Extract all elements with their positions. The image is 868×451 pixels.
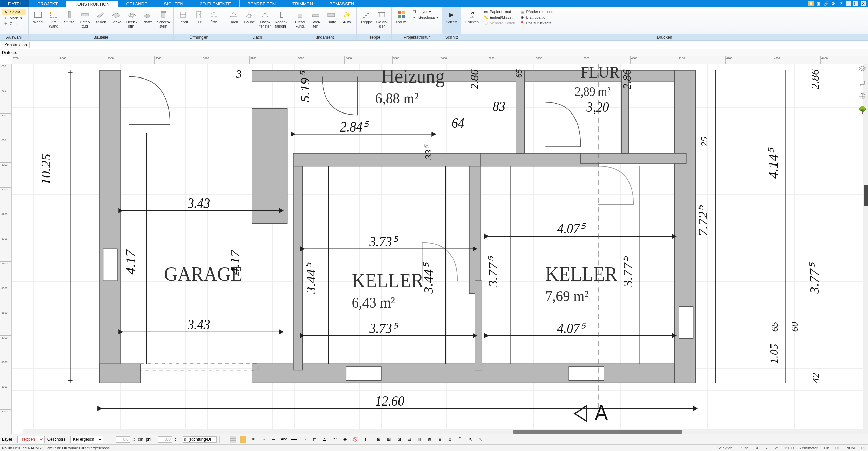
grid3-icon[interactable]: ⊡ bbox=[395, 436, 403, 443]
rect1-icon[interactable]: ▭ bbox=[301, 436, 308, 443]
streifen-button[interactable]: Strei- fen bbox=[308, 9, 323, 29]
navigate-icon[interactable] bbox=[858, 92, 867, 101]
scrollbar-vertical[interactable] bbox=[863, 64, 868, 429]
schornstein-button[interactable]: Schorn- stein bbox=[156, 9, 172, 29]
phi-spin-up[interactable]: ▲ bbox=[175, 437, 177, 439]
link-icon[interactable]: 🔗 bbox=[823, 1, 829, 6]
dots-icon[interactable]: ⠿ bbox=[457, 436, 464, 443]
tab-projekt[interactable]: PROJEKT bbox=[29, 0, 66, 7]
stuetze-button[interactable]: Stütze bbox=[62, 9, 77, 25]
fenst-button[interactable]: Fenst bbox=[176, 9, 191, 25]
angle-icon[interactable]: ∠ bbox=[321, 436, 329, 443]
balken-button[interactable]: Balken bbox=[93, 9, 108, 25]
layer-dropdown[interactable]: ❏Layer▾ bbox=[411, 9, 440, 14]
svg-rect-43 bbox=[346, 366, 381, 380]
auto-button[interactable]: ✨Auto bbox=[339, 9, 354, 25]
mark-button[interactable]: ✦Mark.▾ bbox=[2, 15, 26, 21]
dach-button[interactable]: Dach bbox=[226, 9, 241, 25]
unterzug-button[interactable]: Unter- zug bbox=[77, 9, 92, 29]
tuer-button[interactable]: Tür bbox=[191, 9, 206, 25]
virtwand-button[interactable]: Virt. Wand bbox=[46, 9, 61, 29]
fundplatte-button[interactable]: Platte bbox=[324, 9, 339, 25]
grid2-icon[interactable]: ▦ bbox=[385, 436, 393, 443]
forbidden-icon[interactable]: 🚫 bbox=[352, 436, 359, 443]
rect2-icon[interactable]: ◻ bbox=[311, 436, 318, 443]
tab-trimmen[interactable]: TRIMMEN bbox=[284, 0, 321, 7]
layer-select[interactable]: Treppen bbox=[17, 436, 45, 443]
ribbon: ➤Selekt ✦Mark.▾ ✚Optionen Auswahl Wand V… bbox=[0, 7, 868, 41]
abc-icon[interactable]: Abc bbox=[280, 436, 288, 443]
maximize-icon[interactable]: ☐ bbox=[853, 1, 858, 6]
cursor2-icon[interactable]: ↖ bbox=[467, 436, 474, 443]
grid1-icon[interactable]: ⊞ bbox=[375, 436, 383, 443]
tab-gelaende[interactable]: GELÄNDE bbox=[118, 0, 156, 7]
treppe-button[interactable]: Treppe bbox=[359, 9, 374, 25]
help-icon[interactable]: ? bbox=[838, 1, 844, 6]
raum-button[interactable]: Raum bbox=[394, 9, 409, 25]
window-icon[interactable]: ▣ bbox=[816, 1, 821, 6]
optionen-button[interactable]: ✚Optionen bbox=[2, 21, 26, 27]
tab-datei[interactable]: DATEI bbox=[0, 0, 29, 7]
close-icon[interactable]: ✕ bbox=[861, 1, 866, 6]
dl-input[interactable] bbox=[183, 436, 217, 443]
grid6-icon[interactable]: ▩ bbox=[426, 436, 433, 443]
layers-icon: ❏ bbox=[412, 9, 417, 14]
thick-icon[interactable]: ━ bbox=[270, 436, 278, 443]
furniture-icon[interactable] bbox=[858, 78, 867, 87]
oeffn-button[interactable]: Öffn. bbox=[207, 9, 222, 25]
tab-bearbeiten[interactable]: BEARBEITEN bbox=[240, 0, 284, 7]
diamond-icon[interactable]: ◈ bbox=[341, 436, 349, 443]
decke-button[interactable]: Decke bbox=[109, 9, 124, 25]
tab-2delemente[interactable]: 2D-ELEMENTE bbox=[192, 0, 240, 7]
cursor3-icon[interactable]: ⤡ bbox=[477, 436, 484, 443]
geschoss-select[interactable]: Kellergesch bbox=[70, 436, 103, 443]
scrollbar-horizontal[interactable] bbox=[23, 429, 868, 434]
lines-icon[interactable]: ≡ bbox=[250, 436, 257, 443]
l-spin-down[interactable]: ▼ bbox=[133, 439, 135, 442]
platte-button[interactable]: Platte bbox=[140, 9, 155, 25]
gelaender-button[interactable]: Gelän- der bbox=[374, 9, 389, 29]
group-oeffnungen-label: Öffnungen bbox=[174, 34, 224, 40]
layers-panel-icon[interactable] bbox=[858, 65, 867, 73]
dashlines-icon[interactable]: ┄ bbox=[260, 436, 267, 443]
l-input[interactable] bbox=[116, 436, 130, 443]
gaube-button[interactable]: Gaube bbox=[242, 9, 257, 25]
dachfenster-button[interactable]: Dach- fenster bbox=[258, 9, 272, 29]
phi-input[interactable] bbox=[158, 436, 172, 443]
curve-icon[interactable]: 〜 bbox=[331, 436, 339, 443]
svg-text:12.60: 12.60 bbox=[375, 394, 405, 409]
tool-icon[interactable]: ✖ bbox=[808, 1, 814, 6]
grid5-icon[interactable]: ▥ bbox=[416, 436, 423, 443]
tree-icon[interactable]: 🌳 bbox=[858, 105, 867, 114]
wand-button[interactable]: Wand bbox=[31, 9, 46, 25]
column-icon bbox=[65, 10, 74, 19]
tab-bemassen[interactable]: BEMASSEN bbox=[321, 0, 362, 7]
papierformat-button[interactable]: ▭Papierformat bbox=[482, 9, 516, 14]
posreset-button[interactable]: 📍Pos zurücksetz. bbox=[518, 20, 556, 26]
geschoss-dropdown[interactable]: ≡Geschoss▾ bbox=[411, 15, 440, 20]
phi-spin-down[interactable]: ▼ bbox=[175, 439, 177, 442]
drucken-button[interactable]: 🖨Drucken bbox=[463, 9, 480, 25]
schnitt-button[interactable]: ▶Schnitt bbox=[444, 9, 459, 25]
raender-button[interactable]: ▦Ränder einblend. bbox=[518, 9, 556, 14]
grid7-icon[interactable]: ⊟ bbox=[436, 436, 444, 443]
selekt-button[interactable]: ➤Selekt bbox=[2, 9, 26, 15]
fallrohr-button[interactable]: Regen- fallrohr bbox=[273, 9, 288, 29]
tab-konstruktion[interactable]: KONSTRUKTION bbox=[66, 0, 118, 7]
blattpos-button[interactable]: ⊕Blatt position. bbox=[518, 15, 556, 20]
mehrere-button[interactable]: ⊞Mehrere Seiten bbox=[482, 20, 516, 26]
grid8-icon[interactable]: ⊠ bbox=[446, 436, 454, 443]
grid4-icon[interactable]: ▤ bbox=[406, 436, 413, 443]
hatch2-icon[interactable] bbox=[240, 436, 247, 443]
deckoeffn-button[interactable]: Deck.- öffn. bbox=[124, 9, 139, 29]
hatch1-icon[interactable] bbox=[229, 436, 237, 443]
refresh-icon[interactable]: ⟳ bbox=[831, 1, 836, 6]
dim-icon[interactable]: ⟷ bbox=[290, 436, 298, 443]
minimize-icon[interactable]: ─ bbox=[846, 1, 851, 6]
einheit-button[interactable]: 📏Einheit/Maßst. bbox=[482, 15, 516, 20]
tab-sichten[interactable]: SICHTEN bbox=[156, 0, 192, 7]
info-icon[interactable]: i bbox=[362, 436, 369, 443]
einzelfund-button[interactable]: Einzel Fund. bbox=[293, 9, 307, 29]
drawing-canvas[interactable]: 2700280029003000310032003300340035003600… bbox=[0, 56, 868, 434]
l-spin-up[interactable]: ▲ bbox=[133, 437, 135, 439]
